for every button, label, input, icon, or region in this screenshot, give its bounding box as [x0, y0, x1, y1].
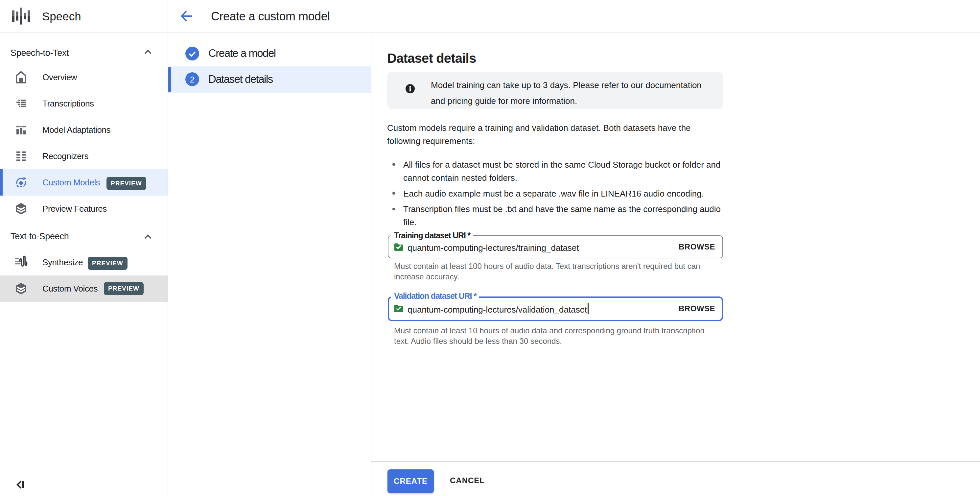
svg-text:2: 2 [190, 75, 194, 84]
